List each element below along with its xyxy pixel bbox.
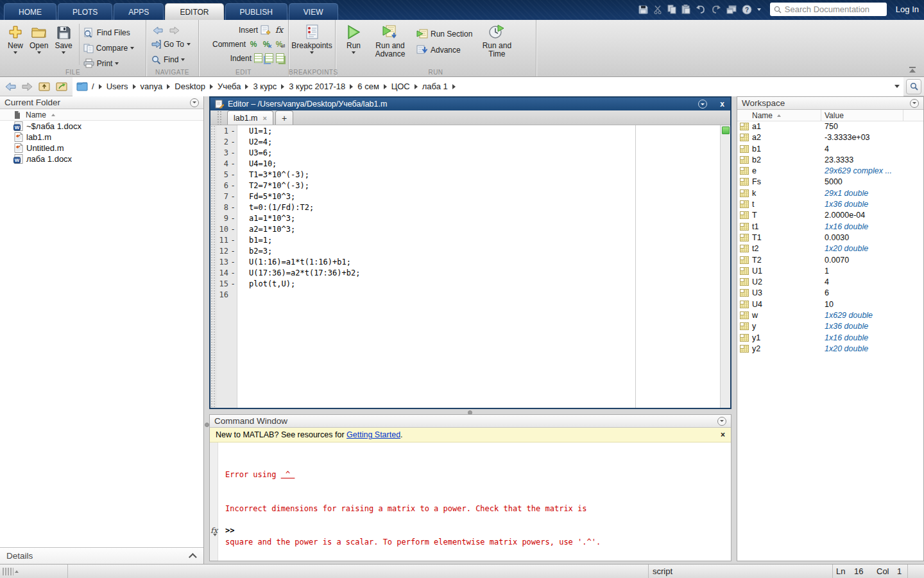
workspace-variable-row[interactable]: Fs5000	[737, 177, 923, 188]
save-button[interactable]: Save	[52, 22, 74, 55]
collapse-ribbon-icon[interactable]	[909, 67, 916, 73]
workspace-variable-row[interactable]: U410	[737, 299, 923, 310]
goto-button[interactable]: Go To	[151, 38, 191, 50]
workspace-variable-row[interactable]: e29x629 complex ...	[737, 166, 923, 177]
code-line[interactable]: 11-b1=1;	[210, 234, 730, 245]
workspace-variable-row[interactable]: b223.3333	[737, 155, 923, 166]
tab-lab1[interactable]: lab1.m ×	[227, 110, 273, 125]
code-line[interactable]: 1-U1=1;	[210, 125, 730, 136]
undo-icon[interactable]	[696, 5, 706, 13]
workspace-variable-row[interactable]: t21x20 double	[737, 243, 923, 254]
search-documentation-box[interactable]: Search Documentation	[770, 3, 887, 16]
current-folder-menu-button[interactable]	[190, 98, 199, 107]
workspace-variable-row[interactable]: k29x1 double	[737, 188, 923, 199]
uncomment-icon[interactable]: %✕	[261, 40, 271, 49]
smart-indent-icon[interactable]	[254, 53, 262, 63]
run-section-button[interactable]: Run Section	[416, 28, 472, 40]
find-button[interactable]: Find	[151, 53, 185, 66]
indent-left-icon[interactable]	[276, 53, 284, 63]
redo-icon[interactable]	[711, 5, 721, 13]
paste-icon[interactable]	[681, 4, 690, 14]
code-pane[interactable]: 1-U1=1;2-U2=4;3-U3=6;4-U4=10;5-T1=3*10^(…	[210, 125, 730, 408]
dock-windows-icon[interactable]	[726, 5, 737, 14]
code-line[interactable]: 9-a1=1*10^3;	[210, 213, 730, 223]
run-and-advance-button[interactable]: Run and Advance	[370, 22, 410, 60]
breadcrumb-segment[interactable]: ЦОС	[391, 82, 410, 91]
fx-icon[interactable]: fx	[210, 526, 218, 535]
new-tab-button[interactable]: +	[275, 110, 293, 125]
path-dropdown-icon[interactable]	[894, 85, 900, 88]
nav-back-icon[interactable]	[5, 82, 16, 91]
breadcrumb-segment[interactable]: vanya	[141, 82, 163, 91]
code-line[interactable]: 13-U(1:16)=a1*t(1:16)+b1;	[210, 256, 730, 267]
browse-folder-icon[interactable]	[56, 82, 67, 91]
breadcrumb-segment[interactable]: Учеба	[218, 82, 241, 91]
save-icon[interactable]	[638, 4, 648, 14]
compare-button[interactable]: Compare	[83, 42, 134, 54]
workspace-variable-row[interactable]: y11x16 double	[737, 333, 923, 344]
workspace-variable-row[interactable]: a2-3.3333e+03	[737, 132, 923, 143]
code-line[interactable]: 8-t=0:(1/Fd):T2;	[210, 202, 730, 213]
run-and-time-button[interactable]: Run and Time	[479, 22, 515, 60]
editor-body[interactable]: 1-U1=1;2-U2=4;3-U3=6;4-U4=10;5-T1=3*10^(…	[210, 125, 730, 408]
code-line[interactable]: 6-T2=7*10^(-3);	[210, 180, 730, 191]
current-folder-column-header[interactable]: Name	[0, 109, 203, 121]
workspace-variable-row[interactable]: T2.0000e-04	[737, 210, 923, 221]
breadcrumb-segment[interactable]: лаба 1	[422, 82, 448, 91]
resize-grip[interactable]	[3, 568, 13, 575]
tab-drag-handle[interactable]	[217, 110, 222, 125]
forward-icon[interactable]	[169, 26, 180, 35]
breadcrumb-path[interactable]: /UsersvanyaDesktopУчеба3 курс3 курс 2017…	[73, 77, 903, 96]
advance-button[interactable]: Advance	[416, 44, 472, 56]
cut-icon[interactable]	[653, 5, 662, 14]
workspace-variable-row[interactable]: y1x36 double	[737, 321, 923, 332]
breadcrumb-segment[interactable]: 3 курс 2017-18	[289, 82, 345, 91]
code-line[interactable]: 3-U3=6;	[210, 147, 730, 158]
workspace-variable-row[interactable]: t1x36 double	[737, 199, 923, 210]
command-window-content[interactable]: Error using ^ Incorrect dimensions for r…	[210, 442, 731, 561]
tab-publish[interactable]: PUBLISH	[225, 3, 287, 20]
workspace-variable-row[interactable]: t11x16 double	[737, 222, 923, 232]
code-line[interactable]: 2-U2=4;	[210, 136, 730, 147]
insert-fx-icon[interactable]: fx	[274, 25, 284, 35]
getting-started-link[interactable]: Getting Started	[346, 430, 400, 439]
code-line[interactable]: 5-T1=3*10^(-3);	[210, 169, 730, 180]
file-item[interactable]: W~$лаба 1.docx	[0, 121, 203, 132]
find-files-button[interactable]: Find Files	[83, 26, 134, 39]
workspace-variable-row[interactable]: U36	[737, 288, 923, 299]
workspace-variable-row[interactable]: y21x20 double	[737, 344, 923, 355]
editor-close-button[interactable]: x	[720, 100, 724, 109]
open-button[interactable]: Open	[27, 22, 51, 55]
indent-right-icon[interactable]	[265, 53, 273, 63]
nav-forward-icon[interactable]	[22, 82, 33, 91]
code-line[interactable]: 15-plot(t,U);	[210, 278, 730, 289]
tab-apps[interactable]: APPS	[114, 3, 164, 20]
workspace-variable-row[interactable]: U24	[737, 277, 923, 288]
workspace-variable-row[interactable]: U11	[737, 266, 923, 277]
insert-doc-icon[interactable]	[261, 25, 271, 35]
copy-icon[interactable]	[667, 4, 676, 14]
breakpoints-button[interactable]: Breakpoints	[289, 22, 334, 55]
search-folder-button[interactable]	[906, 79, 921, 94]
quick-access-caret-icon[interactable]	[757, 8, 761, 11]
caret-operator-link[interactable]: ^	[281, 470, 295, 479]
workspace-variable-row[interactable]: T10.0030	[737, 232, 923, 243]
breadcrumb-segment[interactable]: Users	[107, 82, 128, 91]
tab-plots[interactable]: PLOTS	[58, 3, 112, 20]
command-prompt-line[interactable]: fx >>	[210, 526, 731, 537]
code-line[interactable]: 12-b2=3;	[210, 245, 730, 256]
file-item[interactable]: lab1.m	[0, 132, 203, 143]
login-button[interactable]: Log In	[896, 4, 919, 14]
file-item[interactable]: Untitled.m	[0, 143, 203, 153]
new-button[interactable]: New	[5, 22, 26, 55]
print-button[interactable]: Print	[83, 57, 134, 69]
editor-title-bar[interactable]: Editor – /Users/vanya/Desktop/Учеба/lab1…	[210, 98, 730, 110]
tab-view[interactable]: VIEW	[289, 3, 338, 20]
code-line[interactable]: 7-Fd=5*10^3;	[210, 191, 730, 202]
up-folder-icon[interactable]	[38, 82, 50, 91]
back-icon[interactable]	[153, 26, 163, 35]
breadcrumb-segment[interactable]: 3 курс	[253, 82, 277, 91]
file-item[interactable]: Wлаба 1.docx	[0, 153, 203, 164]
workspace-variable-row[interactable]: T20.0070	[737, 255, 923, 266]
command-window-menu-button[interactable]	[717, 417, 726, 426]
